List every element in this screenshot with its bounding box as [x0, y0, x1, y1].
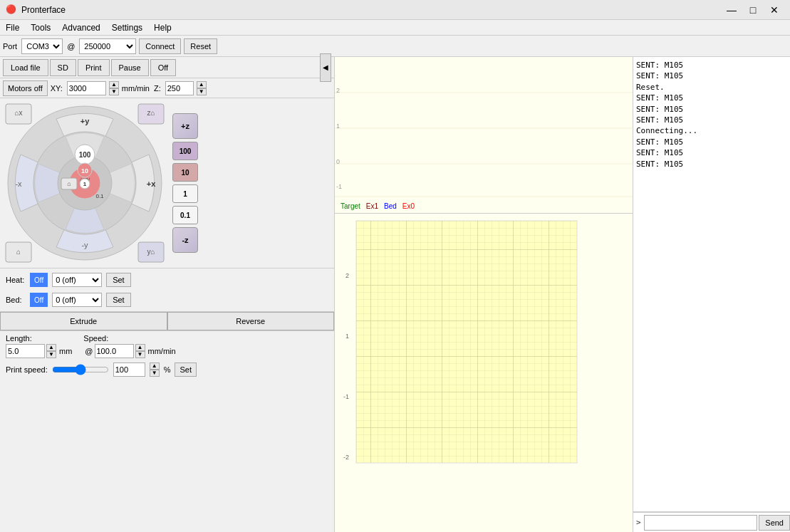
menu-help[interactable]: Help	[148, 20, 177, 35]
svg-text:-x: -x	[15, 179, 22, 188]
svg-text:10: 10	[81, 167, 88, 174]
ex1-label: Ex1	[366, 202, 378, 210]
print-speed-pct: %	[164, 365, 171, 374]
print-speed-label: Print speed:	[6, 365, 48, 374]
speed-input[interactable]	[95, 344, 134, 358]
svg-text:+y: +y	[80, 117, 90, 125]
main-layout: Load file SD Print Pause Off ◀ Motors of…	[0, 57, 790, 532]
console-line: SENT: M105	[636, 137, 787, 147]
svg-text:y⌂: y⌂	[147, 248, 155, 256]
minimize-button[interactable]: —	[722, 2, 742, 18]
console-output[interactable]: SENT: M105SENT: M105Reset.SENT: M105SENT…	[633, 57, 790, 512]
heat-off-button[interactable]: Off	[30, 273, 48, 287]
z-increment-01[interactable]: 0.1	[172, 206, 198, 224]
print-speed-set-button[interactable]: Set	[175, 363, 197, 377]
bed-off-button[interactable]: Off	[30, 293, 48, 307]
xy-spinner: ▲ ▼	[109, 81, 119, 95]
ps-spin-down[interactable]: ▼	[150, 370, 160, 377]
console-input[interactable]	[644, 515, 758, 531]
svg-text:-2: -2	[343, 454, 349, 461]
action-toolbar: Load file SD Print Pause Off ◀	[0, 57, 334, 78]
baud-select[interactable]: 250000	[79, 38, 136, 54]
bed-set-button[interactable]: Set	[106, 293, 131, 307]
z-spin-up[interactable]: ▲	[197, 81, 207, 88]
bed-select[interactable]: 0 (off)	[52, 293, 102, 307]
bed-row: Bed: Off 0 (off) Set	[6, 291, 328, 308]
menu-bar: File Tools Advanced Settings Help	[0, 20, 790, 36]
heat-select[interactable]: 0 (off)	[52, 273, 102, 287]
connect-button[interactable]: Connect	[139, 38, 181, 54]
length-input[interactable]	[6, 344, 45, 358]
xy-input[interactable]	[67, 81, 106, 95]
heat-row: Heat: Off 0 (off) Set	[6, 271, 328, 288]
print-speed-slider[interactable]	[52, 364, 109, 375]
console-line: SENT: M105	[636, 60, 787, 71]
length-unit: mm	[59, 347, 72, 355]
main-toolbar: Port COM3 @ 250000 Connect Reset	[0, 36, 790, 57]
length-spin-up[interactable]: ▲	[46, 344, 56, 351]
print-speed-input[interactable]	[113, 363, 145, 377]
svg-text:0: 0	[336, 158, 340, 165]
mm-min-label: mm/min	[122, 84, 150, 93]
speed-unit: mm/min	[148, 347, 176, 355]
ps-spinner: ▲ ▼	[150, 363, 160, 377]
speed-spin-down[interactable]: ▼	[135, 351, 145, 358]
z-minus-button[interactable]: -z	[172, 227, 198, 253]
speed-label: Speed:	[83, 334, 175, 343]
z-spin-down[interactable]: ▼	[197, 88, 207, 95]
load-file-button[interactable]: Load file	[3, 59, 48, 76]
title-bar: 🔴 Pronterface — □ ✕	[0, 0, 790, 20]
svg-text:0.1: 0.1	[95, 193, 104, 199]
print-button[interactable]: Print	[78, 59, 110, 76]
close-button[interactable]: ✕	[764, 2, 784, 18]
motion-bar: Motors off XY: ▲ ▼ mm/min Z: ▲ ▼	[0, 78, 334, 98]
left-panel: Load file SD Print Pause Off ◀ Motors of…	[0, 57, 335, 532]
menu-advanced[interactable]: Advanced	[56, 20, 105, 35]
chart-labels: Target Ex1 Bed Ex0	[335, 199, 633, 213]
sd-button[interactable]: SD	[50, 59, 76, 76]
svg-text:⌂: ⌂	[67, 180, 71, 187]
pause-button[interactable]: Pause	[111, 59, 149, 76]
off-button[interactable]: Off	[150, 59, 176, 76]
length-spin-down[interactable]: ▼	[46, 351, 56, 358]
port-select[interactable]: COM3	[21, 38, 63, 54]
console-line: Connecting...	[636, 125, 787, 136]
reverse-button[interactable]: Reverse	[167, 312, 335, 330]
menu-tools[interactable]: Tools	[25, 20, 56, 35]
window-controls: — □ ✕	[722, 2, 784, 18]
motors-off-button[interactable]: Motors off	[3, 80, 48, 96]
maximize-button[interactable]: □	[743, 2, 763, 18]
send-button[interactable]: Send	[759, 515, 790, 531]
z-increment-1[interactable]: 1	[172, 184, 198, 203]
xy-spin-up[interactable]: ▲	[109, 81, 119, 88]
svg-text:z⌂: z⌂	[147, 109, 155, 117]
xy-spin-down[interactable]: ▼	[109, 88, 119, 95]
z-controls: +z 100 10 1 0.1 -z	[172, 113, 198, 253]
menu-settings[interactable]: Settings	[106, 20, 148, 35]
ps-spin-up[interactable]: ▲	[150, 363, 160, 370]
heat-set-button[interactable]: Set	[106, 273, 131, 287]
collapse-button[interactable]: ◀	[320, 53, 331, 82]
bed-chart-label: Bed	[384, 202, 397, 210]
svg-text:⌂: ⌂	[16, 248, 21, 256]
svg-text:1: 1	[336, 122, 340, 130]
extrude-row: Extrude Reverse	[0, 311, 334, 330]
target-label: Target	[341, 202, 360, 210]
console-line: SENT: M105	[636, 71, 787, 81]
svg-text:+x: +x	[147, 179, 156, 188]
speed-spin-up[interactable]: ▲	[135, 344, 145, 351]
z-plus-button[interactable]: +z	[172, 113, 198, 139]
z-increment-10[interactable]: 10	[172, 163, 198, 182]
jog-area: ⌂xy +y -y -x +x 100 10	[0, 98, 334, 268]
reset-button[interactable]: Reset	[184, 38, 217, 54]
console-input-row: > Send	[633, 512, 790, 532]
svg-text:100: 100	[79, 151, 91, 159]
menu-file[interactable]: File	[0, 20, 25, 35]
z-input[interactable]	[165, 81, 194, 95]
right-panel: SENT: M105SENT: M105Reset.SENT: M105SENT…	[633, 57, 790, 532]
heat-label: Heat:	[6, 276, 26, 284]
z-increment-100[interactable]: 100	[172, 142, 198, 160]
len-speed-area: Length: ▲ ▼ mm Speed: @ ▲ ▼	[0, 330, 334, 361]
extrude-button[interactable]: Extrude	[0, 312, 167, 330]
length-group: Length: ▲ ▼ mm	[6, 334, 72, 358]
